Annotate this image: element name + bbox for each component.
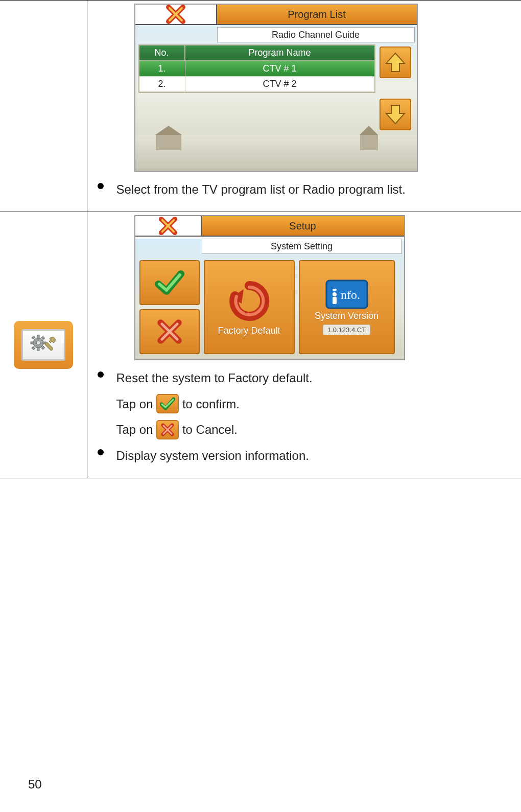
- col-name-header: Program Name: [185, 45, 374, 60]
- tap-prefix-2: Tap on: [116, 423, 157, 436]
- cancel-icon: [161, 423, 174, 436]
- system-version-label: System Version: [315, 311, 378, 321]
- cancel-inline-button[interactable]: [156, 420, 179, 439]
- setup-screenshot: Setup System Setting: [134, 215, 405, 360]
- row2-bullet-1: Reset the system to Factory default. Tap…: [93, 365, 515, 443]
- bullet-dot-icon: [98, 183, 104, 189]
- info-badge-text: nfo.: [341, 288, 360, 301]
- row2-bullet-2: Display system version information.: [93, 443, 515, 469]
- row1-no: 1.: [139, 61, 185, 76]
- svg-rect-28: [333, 289, 337, 291]
- svg-rect-15: [32, 346, 35, 350]
- confirm-suffix: to confirm.: [182, 397, 240, 411]
- setup-subtitle: System Setting: [202, 239, 402, 254]
- svg-rect-9: [37, 347, 39, 351]
- row1-name: CTV # 1: [185, 61, 374, 76]
- row2-name: CTV # 2: [185, 77, 374, 91]
- svg-point-7: [36, 341, 40, 345]
- arrow-up-icon: [384, 51, 407, 74]
- check-icon: [160, 397, 175, 410]
- svg-rect-10: [31, 342, 34, 344]
- table-row[interactable]: 2. CTV # 2: [139, 77, 374, 92]
- confirm-button[interactable]: [139, 260, 200, 305]
- arrow-down-icon: [384, 103, 407, 126]
- program-list-screenshot: Program List Radio Channel Guide No. Pro…: [134, 4, 418, 172]
- reset-icon: [226, 278, 272, 324]
- arrow-up-button[interactable]: [380, 47, 411, 78]
- factory-default-button[interactable]: Factory Default: [204, 260, 295, 354]
- table-row[interactable]: 1. CTV # 1: [139, 61, 374, 77]
- bullet-dot-icon: [98, 449, 104, 455]
- settings-thumbnail: [14, 321, 73, 369]
- tap-prefix-1: Tap on: [116, 397, 157, 411]
- row2-right-cell: Setup System Setting: [87, 212, 521, 478]
- close-button[interactable]: [135, 216, 202, 236]
- svg-rect-29: [333, 297, 337, 304]
- cancel-icon: [157, 319, 182, 344]
- row2-left-cell: [0, 212, 87, 478]
- arrow-down-button[interactable]: [380, 99, 411, 130]
- system-version-value: 1.0.123.4.CT: [323, 324, 370, 335]
- program-table: No. Program Name 1. CTV # 1 2. CTV # 2: [138, 44, 375, 93]
- program-list-title: Program List: [217, 5, 417, 24]
- info-icon: nfo.: [325, 280, 368, 309]
- row1-bullet-text: Select from the TV program list or Radio…: [116, 182, 406, 196]
- row1-right-cell: Program List Radio Channel Guide No. Pro…: [87, 1, 521, 212]
- close-button[interactable]: [135, 5, 217, 24]
- system-version-button[interactable]: nfo. System Version 1.0.123.4.CT: [299, 260, 395, 354]
- svg-rect-16: [44, 342, 53, 351]
- confirm-inline-button[interactable]: [156, 394, 179, 413]
- close-icon: [158, 216, 178, 236]
- cancel-suffix: to Cancel.: [182, 423, 238, 436]
- page-number: 50: [28, 777, 42, 792]
- bullet-dot-icon: [98, 372, 104, 378]
- row2-b2-text: Display system version information.: [116, 449, 309, 462]
- row2-b1-text: Reset the system to Factory default.: [116, 371, 313, 385]
- svg-rect-8: [37, 335, 39, 338]
- setup-title: Setup: [202, 216, 404, 236]
- row1-bullet: Select from the TV program list or Radio…: [93, 177, 515, 202]
- row1-left-cell: [0, 1, 87, 212]
- doc-table: Program List Radio Channel Guide No. Pro…: [0, 0, 521, 478]
- close-icon: [165, 4, 186, 25]
- svg-marker-4: [386, 53, 405, 72]
- col-no-header: No.: [139, 45, 185, 60]
- check-icon: [154, 270, 185, 295]
- svg-marker-5: [386, 105, 405, 124]
- gear-wrench-icon: [28, 334, 59, 356]
- factory-default-label: Factory Default: [218, 326, 280, 336]
- cancel-button[interactable]: [139, 309, 200, 354]
- row2-no: 2.: [139, 77, 185, 91]
- program-list-subtitle: Radio Channel Guide: [217, 27, 415, 42]
- svg-rect-12: [32, 336, 35, 339]
- svg-point-27: [333, 292, 337, 296]
